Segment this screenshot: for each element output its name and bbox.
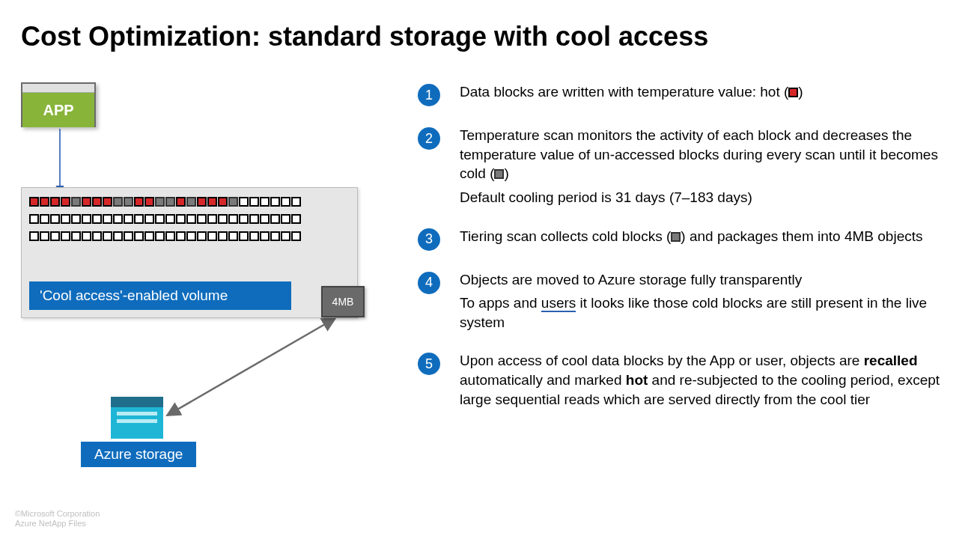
page-title: Cost Optimization: standard storage with… (21, 21, 959, 52)
data-block (228, 214, 238, 224)
step-item: 3Tiering scan collects cold blocks () an… (418, 227, 959, 251)
data-block (29, 231, 39, 241)
step-item: 2Temperature scan monitors the activity … (418, 126, 959, 207)
svg-line-8 (167, 318, 335, 415)
data-block (281, 197, 290, 207)
step-text: Data blocks are written with temperature… (460, 82, 803, 106)
data-block (260, 214, 270, 224)
data-block (176, 197, 186, 207)
steps-list: 1Data blocks are written with temperatur… (418, 82, 959, 428)
data-block (40, 231, 49, 241)
data-block (228, 197, 238, 207)
data-block (270, 197, 280, 207)
data-block (155, 231, 165, 241)
data-block (197, 231, 207, 241)
data-block (291, 214, 301, 224)
data-block (186, 214, 196, 224)
data-block (40, 197, 49, 207)
data-block (144, 231, 154, 241)
data-block (144, 214, 154, 224)
cold-swatch-icon (494, 169, 504, 179)
data-block (82, 214, 91, 224)
data-block (291, 231, 301, 241)
data-block (124, 231, 133, 241)
data-block (176, 214, 186, 224)
data-block (207, 197, 217, 207)
step-item: 4Objects are moved to Azure storage full… (418, 270, 959, 332)
data-block (249, 231, 259, 241)
step-text: Tiering scan collects cold blocks () and… (460, 227, 922, 251)
step-number: 1 (418, 84, 440, 106)
data-block (82, 231, 91, 241)
step-subtext: Default cooling period is 31 days (7–183… (460, 188, 959, 207)
data-block (249, 214, 259, 224)
data-block (92, 214, 102, 224)
data-block (260, 197, 270, 207)
data-block (50, 197, 60, 207)
data-block (218, 231, 228, 241)
data-block (144, 197, 154, 207)
data-block (281, 214, 290, 224)
data-block (92, 197, 102, 207)
step-item: 1Data blocks are written with temperatur… (418, 82, 959, 106)
data-block (82, 197, 91, 207)
volume-label: 'Cool access'-enabled volume (29, 281, 291, 310)
data-block (50, 231, 60, 241)
step-text: Upon access of cool data blocks by the A… (460, 351, 959, 409)
data-block (29, 197, 39, 207)
data-block (207, 214, 217, 224)
data-block (165, 214, 175, 224)
step-number: 4 (418, 272, 440, 294)
app-label: APP (22, 93, 94, 127)
data-block (113, 231, 123, 241)
block-row-2 (29, 214, 350, 224)
data-block (61, 231, 70, 241)
step-subtext: To apps and users it looks like those co… (460, 293, 959, 332)
data-block (260, 231, 270, 241)
data-block (134, 197, 144, 207)
azure-storage-label: Azure storage (81, 442, 196, 467)
data-block (165, 231, 175, 241)
step-item: 5Upon access of cool data blocks by the … (418, 351, 959, 409)
data-block (40, 214, 49, 224)
cold-swatch-icon (671, 232, 681, 242)
data-block (270, 214, 280, 224)
step-number: 5 (418, 353, 440, 375)
data-block (155, 214, 165, 224)
step-text: Objects are moved to Azure storage fully… (460, 270, 959, 332)
data-block (165, 197, 175, 207)
data-block (186, 231, 196, 241)
app-titlebar (22, 84, 94, 93)
data-block (218, 214, 228, 224)
step-number: 2 (418, 127, 440, 150)
data-block (281, 231, 290, 241)
azure-storage-icon (111, 397, 163, 439)
data-block (103, 231, 112, 241)
footer-product: Azure NetApp Files (15, 519, 100, 529)
data-block (29, 214, 39, 224)
object-4mb: 4MB (321, 286, 365, 317)
data-block (197, 197, 207, 207)
data-block (113, 197, 123, 207)
footer-copyright: ©Microsoft Corporation (15, 509, 100, 519)
data-block (291, 197, 301, 207)
data-block (61, 197, 70, 207)
data-block (228, 231, 238, 241)
data-block (186, 197, 196, 207)
step-number: 3 (418, 228, 440, 251)
diagram-area: APP (21, 82, 373, 428)
hot-swatch-icon (788, 88, 798, 97)
footer: ©Microsoft Corporation Azure NetApp File… (15, 509, 100, 529)
step-text: Temperature scan monitors the activity o… (460, 126, 959, 207)
data-block (176, 231, 186, 241)
volume-box: 'Cool access'-enabled volume 4MB (21, 187, 358, 318)
data-block (249, 197, 259, 207)
data-block (218, 197, 228, 207)
data-block (71, 214, 81, 224)
block-row-3 (29, 231, 350, 241)
data-block (270, 231, 280, 241)
data-block (239, 231, 249, 241)
data-block (50, 214, 60, 224)
data-block (239, 197, 249, 207)
data-block (207, 231, 217, 241)
